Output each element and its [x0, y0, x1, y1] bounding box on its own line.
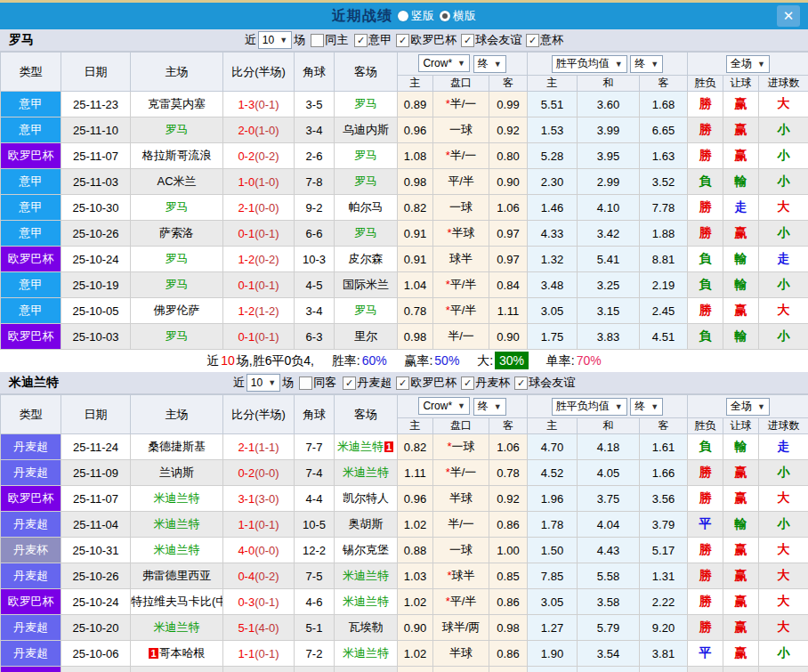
score: 2-1(1-1): [223, 434, 295, 460]
match-row: 欧罗巴杯25-11-07米迪兰特3-1(3-0)4-4凯尔特人0.96半球0.9…: [1, 486, 808, 512]
avg-draw-odds: 3.54: [578, 641, 640, 667]
checkbox-icon[interactable]: [311, 34, 324, 47]
handicap: *平/半: [433, 589, 489, 615]
away-team: 皮尔森: [335, 247, 398, 272]
fulltime-select[interactable]: 全场▼: [726, 398, 770, 416]
fulltime-score: 1-2: [238, 253, 255, 266]
home-team-name: 兰讷斯: [159, 466, 194, 479]
odds-company-select[interactable]: Crow*▼: [418, 54, 470, 72]
away-team: 米迪兰特: [335, 589, 398, 615]
sub-header-avg-draw: 和: [578, 76, 640, 92]
close-button[interactable]: ✕: [777, 5, 800, 27]
result-handicap: 赢: [723, 563, 759, 589]
score: 1-0(1-0): [223, 169, 295, 195]
result-win-draw-loss: 勝: [688, 615, 723, 641]
home-odds: 0.96: [398, 486, 433, 512]
chevron-down-icon: ▼: [615, 60, 623, 69]
home-odds: 0.98: [398, 169, 433, 195]
score: 1-2(1-2): [223, 298, 295, 324]
checkbox-icon[interactable]: ✓: [461, 376, 474, 390]
fulltime-score: 0-2: [238, 466, 255, 480]
league-checkbox[interactable]: ✓欧罗巴杯: [396, 32, 457, 48]
avg-away-odds: 6.65: [640, 117, 688, 143]
match-count-select[interactable]: 10 ▼: [246, 374, 280, 392]
match-row: 意甲25-10-19罗马0-1(0-1)4-5国际米兰1.04*平/半0.843…: [1, 272, 808, 298]
away-team: 米迪兰特1: [335, 434, 398, 460]
away-team-name: 罗马: [354, 174, 377, 188]
league-badge: 欧罗巴杯: [1, 247, 61, 272]
layout-radio-horizontal[interactable]: 横版: [440, 8, 476, 24]
match-count-select[interactable]: 10 ▼: [258, 31, 292, 49]
avg-draw-odds: 3.99: [578, 117, 640, 143]
checkbox-icon[interactable]: [299, 376, 312, 390]
league-checkbox[interactable]: ✓欧罗巴杯: [396, 375, 457, 391]
odds-company-select[interactable]: Crow*▼: [418, 397, 470, 415]
chevron-down-icon: ▼: [650, 402, 659, 411]
checkbox-icon[interactable]: ✓: [354, 34, 368, 47]
league-checkbox[interactable]: ✓球会友谊: [514, 375, 575, 391]
handicap: 球半: [433, 247, 489, 272]
match-row: 丹麦杯25-10-31米迪兰特4-0(0-0)12-2锡尔克堡0.88一球1.0…: [1, 538, 808, 563]
away-odds: 0.90: [489, 169, 528, 195]
result-goals: 大: [759, 563, 808, 589]
avg-stage-select[interactable]: 终▼: [630, 398, 663, 416]
checkbox-icon[interactable]: ✓: [396, 376, 409, 390]
corners: 10-5: [295, 512, 335, 538]
avg-away-odds: 8.81: [640, 247, 688, 272]
same-venue-checkbox[interactable]: 同客: [299, 375, 336, 391]
avg-select[interactable]: 胜平负均值▼: [552, 398, 627, 416]
avg-draw-odds: 3.60: [578, 92, 640, 117]
league-checkbox[interactable]: ✓意杯: [526, 32, 563, 48]
away-team-name: 乌迪内斯: [343, 123, 389, 136]
avg-stage-select[interactable]: 终▼: [630, 55, 663, 73]
odds-stage-select[interactable]: 终▼: [473, 398, 506, 416]
checkbox-icon[interactable]: ✓: [396, 34, 409, 47]
away-team-name: 罗马: [354, 226, 377, 239]
handicap: 半/一: [433, 324, 489, 350]
corners: 4-5: [295, 272, 335, 298]
same-venue-checkbox[interactable]: 同主: [311, 32, 348, 48]
league-checkbox[interactable]: ✓意甲: [354, 32, 392, 48]
score: 2-0(1-0): [223, 117, 295, 143]
away-team: 里尔: [335, 324, 398, 350]
league-checkbox-label: 意杯: [540, 32, 563, 48]
radio-selected-icon[interactable]: [440, 11, 450, 21]
radio-icon[interactable]: [398, 11, 408, 21]
match-date: 25-11-09: [61, 460, 131, 486]
avg-draw-odds: 4.18: [578, 434, 640, 460]
league-badge: 欧罗巴杯: [1, 486, 61, 512]
league-checkbox-label: 丹麦超: [357, 375, 392, 391]
col-header-away: 客场: [335, 53, 398, 92]
handicap: *半球: [433, 221, 489, 247]
checkbox-icon[interactable]: ✓: [514, 376, 528, 390]
handicap: 一球: [433, 538, 489, 563]
result-win-draw-loss: 負: [688, 324, 723, 350]
league-checkbox[interactable]: ✓丹麦超: [343, 375, 392, 391]
avg-select[interactable]: 胜平负均值▼: [552, 55, 627, 73]
match-date: 25-10-05: [61, 298, 131, 324]
match-row: 丹麦超25-10-26弗雷德里西亚0-4(0-2)7-5米迪兰特1.03*球半0…: [1, 563, 808, 589]
checkbox-icon[interactable]: ✓: [526, 34, 539, 47]
sub-header-odds-home: 主: [398, 418, 433, 434]
odds-stage-select[interactable]: 终▼: [473, 55, 506, 73]
league-checkbox[interactable]: ✓球会友谊: [461, 32, 521, 48]
avg-away-odds: 1.63: [640, 143, 688, 169]
result-goals: 小: [759, 460, 808, 486]
layout-radio-vertical[interactable]: 竖版: [398, 8, 434, 24]
away-team: 帕尔马: [335, 195, 398, 221]
checkbox-icon[interactable]: ✓: [343, 376, 356, 390]
halftime-score: (0-1): [255, 330, 279, 344]
match-row: 意甲25-11-10罗马2-0(1-0)3-4乌迪内斯0.96一球0.921.5…: [1, 117, 808, 143]
result-win-draw-loss: 負: [688, 169, 723, 195]
halftime-score: (0-1): [255, 227, 279, 240]
league-checkbox[interactable]: ✓丹麦杯: [461, 375, 510, 391]
fulltime-select[interactable]: 全场▼: [726, 55, 770, 73]
chevron-down-icon: ▼: [457, 59, 465, 68]
result-handicap: 輸: [723, 434, 759, 460]
away-odds: 0.85: [489, 563, 528, 589]
col-header-score: 比分(半场): [223, 53, 295, 92]
avg-home-odds: 3.05: [528, 589, 578, 615]
result-win-draw-loss: 負: [688, 272, 723, 298]
checkbox-icon[interactable]: ✓: [461, 34, 474, 47]
halftime-score: (1-0): [255, 175, 279, 189]
